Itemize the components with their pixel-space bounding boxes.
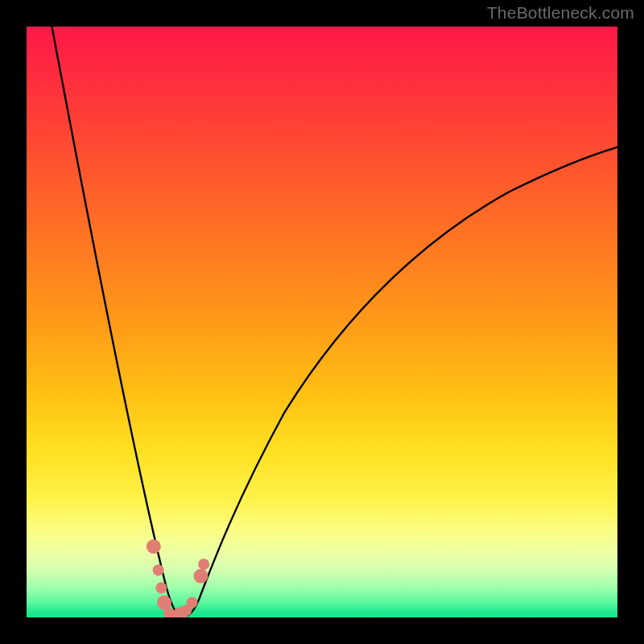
data-marker: [194, 569, 208, 584]
data-marker: [155, 582, 167, 593]
data-marker: [157, 596, 171, 610]
data-marker: [187, 597, 198, 609]
marker-group: [147, 539, 209, 617]
data-marker: [147, 539, 161, 554]
chart-frame: TheBottleneck.com: [0, 0, 644, 644]
bottleneck-curve: [46, 27, 617, 617]
plot-area: [27, 27, 617, 617]
data-marker: [198, 559, 209, 570]
chart-svg: [27, 27, 617, 617]
data-marker: [153, 564, 164, 576]
watermark-text: TheBottleneck.com: [487, 3, 634, 23]
